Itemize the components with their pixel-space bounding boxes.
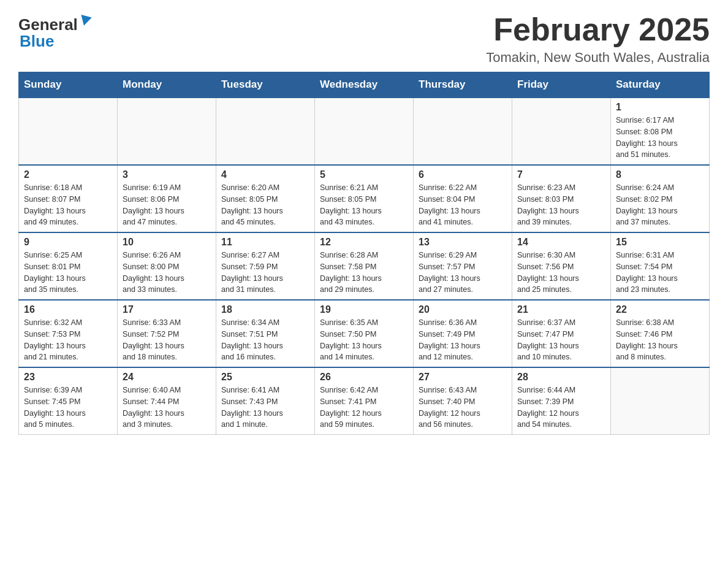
table-row: 25Sunrise: 6:41 AM Sunset: 7:43 PM Dayli…: [216, 367, 315, 435]
day-number: 5: [320, 169, 408, 180]
col-sunday: Sunday: [19, 72, 118, 98]
table-row: 27Sunrise: 6:43 AM Sunset: 7:40 PM Dayli…: [414, 367, 512, 435]
day-number: 10: [123, 237, 211, 248]
day-info: Sunrise: 6:29 AM Sunset: 7:57 PM Dayligh…: [419, 250, 507, 296]
day-number: 23: [24, 372, 112, 383]
day-number: 4: [221, 169, 309, 180]
day-info: Sunrise: 6:42 AM Sunset: 7:41 PM Dayligh…: [320, 385, 408, 431]
day-number: 2: [24, 169, 112, 180]
day-number: 14: [517, 237, 605, 248]
table-row: [512, 98, 611, 165]
location-subtitle: Tomakin, New South Wales, Australia: [486, 50, 710, 66]
col-wednesday: Wednesday: [315, 72, 414, 98]
day-number: 7: [517, 169, 605, 180]
table-row: 18Sunrise: 6:34 AM Sunset: 7:51 PM Dayli…: [216, 300, 315, 367]
day-info: Sunrise: 6:40 AM Sunset: 7:44 PM Dayligh…: [123, 385, 211, 431]
table-row: [216, 98, 315, 165]
day-number: 17: [123, 304, 211, 315]
day-number: 16: [24, 304, 112, 315]
day-info: Sunrise: 6:23 AM Sunset: 8:03 PM Dayligh…: [517, 182, 605, 228]
day-info: Sunrise: 6:19 AM Sunset: 8:06 PM Dayligh…: [123, 182, 211, 228]
col-monday: Monday: [118, 72, 216, 98]
col-thursday: Thursday: [414, 72, 512, 98]
table-row: [19, 98, 118, 165]
calendar-week-row: 1Sunrise: 6:17 AM Sunset: 8:08 PM Daylig…: [19, 98, 710, 165]
calendar-week-row: 16Sunrise: 6:32 AM Sunset: 7:53 PM Dayli…: [19, 300, 710, 367]
day-number: 25: [221, 372, 309, 383]
day-info: Sunrise: 6:31 AM Sunset: 7:54 PM Dayligh…: [616, 250, 704, 296]
table-row: 11Sunrise: 6:27 AM Sunset: 7:59 PM Dayli…: [216, 232, 315, 300]
day-number: 21: [517, 304, 605, 315]
day-number: 12: [320, 237, 408, 248]
table-row: [118, 98, 216, 165]
calendar-week-row: 9Sunrise: 6:25 AM Sunset: 8:01 PM Daylig…: [19, 232, 710, 300]
day-info: Sunrise: 6:25 AM Sunset: 8:01 PM Dayligh…: [24, 250, 112, 296]
table-row: 20Sunrise: 6:36 AM Sunset: 7:49 PM Dayli…: [414, 300, 512, 367]
table-row: 2Sunrise: 6:18 AM Sunset: 8:07 PM Daylig…: [19, 165, 118, 232]
day-info: Sunrise: 6:21 AM Sunset: 8:05 PM Dayligh…: [320, 182, 408, 228]
day-number: 20: [419, 304, 507, 315]
table-row: [611, 367, 710, 435]
table-row: 19Sunrise: 6:35 AM Sunset: 7:50 PM Dayli…: [315, 300, 414, 367]
table-row: 6Sunrise: 6:22 AM Sunset: 8:04 PM Daylig…: [414, 165, 512, 232]
day-number: 26: [320, 372, 408, 383]
day-number: 24: [123, 372, 211, 383]
month-title: February 2025: [486, 12, 710, 47]
day-number: 13: [419, 237, 507, 248]
table-row: 13Sunrise: 6:29 AM Sunset: 7:57 PM Dayli…: [414, 232, 512, 300]
table-row: 7Sunrise: 6:23 AM Sunset: 8:03 PM Daylig…: [512, 165, 611, 232]
day-info: Sunrise: 6:41 AM Sunset: 7:43 PM Dayligh…: [221, 385, 309, 431]
table-row: 4Sunrise: 6:20 AM Sunset: 8:05 PM Daylig…: [216, 165, 315, 232]
table-row: 3Sunrise: 6:19 AM Sunset: 8:06 PM Daylig…: [118, 165, 216, 232]
page-header: General Blue February 2025 Tomakin, New …: [18, 12, 710, 66]
day-number: 11: [221, 237, 309, 248]
table-row: [315, 98, 414, 165]
day-info: Sunrise: 6:30 AM Sunset: 7:56 PM Dayligh…: [517, 250, 605, 296]
day-info: Sunrise: 6:35 AM Sunset: 7:50 PM Dayligh…: [320, 317, 408, 363]
table-row: 1Sunrise: 6:17 AM Sunset: 8:08 PM Daylig…: [611, 98, 710, 165]
day-number: 9: [24, 237, 112, 248]
day-info: Sunrise: 6:43 AM Sunset: 7:40 PM Dayligh…: [419, 385, 507, 431]
day-info: Sunrise: 6:20 AM Sunset: 8:05 PM Dayligh…: [221, 182, 309, 228]
day-info: Sunrise: 6:24 AM Sunset: 8:02 PM Dayligh…: [616, 182, 704, 228]
table-row: 15Sunrise: 6:31 AM Sunset: 7:54 PM Dayli…: [611, 232, 710, 300]
table-row: 22Sunrise: 6:38 AM Sunset: 7:46 PM Dayli…: [611, 300, 710, 367]
col-tuesday: Tuesday: [216, 72, 315, 98]
table-row: 5Sunrise: 6:21 AM Sunset: 8:05 PM Daylig…: [315, 165, 414, 232]
day-number: 15: [616, 237, 704, 248]
calendar-week-row: 2Sunrise: 6:18 AM Sunset: 8:07 PM Daylig…: [19, 165, 710, 232]
day-number: 28: [517, 372, 605, 383]
day-info: Sunrise: 6:18 AM Sunset: 8:07 PM Dayligh…: [24, 182, 112, 228]
day-info: Sunrise: 6:34 AM Sunset: 7:51 PM Dayligh…: [221, 317, 309, 363]
table-row: 21Sunrise: 6:37 AM Sunset: 7:47 PM Dayli…: [512, 300, 611, 367]
day-info: Sunrise: 6:44 AM Sunset: 7:39 PM Dayligh…: [517, 385, 605, 431]
day-info: Sunrise: 6:33 AM Sunset: 7:52 PM Dayligh…: [123, 317, 211, 363]
table-row: 16Sunrise: 6:32 AM Sunset: 7:53 PM Dayli…: [19, 300, 118, 367]
calendar-header-row: Sunday Monday Tuesday Wednesday Thursday…: [19, 72, 710, 98]
table-row: [414, 98, 512, 165]
day-number: 8: [616, 169, 704, 180]
day-number: 19: [320, 304, 408, 315]
day-info: Sunrise: 6:27 AM Sunset: 7:59 PM Dayligh…: [221, 250, 309, 296]
col-friday: Friday: [512, 72, 611, 98]
day-info: Sunrise: 6:28 AM Sunset: 7:58 PM Dayligh…: [320, 250, 408, 296]
logo: General Blue: [18, 12, 91, 51]
table-row: 12Sunrise: 6:28 AM Sunset: 7:58 PM Dayli…: [315, 232, 414, 300]
day-info: Sunrise: 6:22 AM Sunset: 8:04 PM Dayligh…: [419, 182, 507, 228]
day-info: Sunrise: 6:38 AM Sunset: 7:46 PM Dayligh…: [616, 317, 704, 363]
day-info: Sunrise: 6:32 AM Sunset: 7:53 PM Dayligh…: [24, 317, 112, 363]
day-number: 3: [123, 169, 211, 180]
day-info: Sunrise: 6:39 AM Sunset: 7:45 PM Dayligh…: [24, 385, 112, 431]
table-row: 24Sunrise: 6:40 AM Sunset: 7:44 PM Dayli…: [118, 367, 216, 435]
day-info: Sunrise: 6:17 AM Sunset: 8:08 PM Dayligh…: [616, 115, 704, 161]
table-row: 17Sunrise: 6:33 AM Sunset: 7:52 PM Dayli…: [118, 300, 216, 367]
table-row: 8Sunrise: 6:24 AM Sunset: 8:02 PM Daylig…: [611, 165, 710, 232]
day-number: 27: [419, 372, 507, 383]
logo-blue-text: Blue: [20, 32, 54, 51]
table-row: 14Sunrise: 6:30 AM Sunset: 7:56 PM Dayli…: [512, 232, 611, 300]
day-info: Sunrise: 6:36 AM Sunset: 7:49 PM Dayligh…: [419, 317, 507, 363]
day-info: Sunrise: 6:26 AM Sunset: 8:00 PM Dayligh…: [123, 250, 211, 296]
day-number: 6: [419, 169, 507, 180]
day-number: 1: [616, 102, 704, 113]
table-row: 23Sunrise: 6:39 AM Sunset: 7:45 PM Dayli…: [19, 367, 118, 435]
